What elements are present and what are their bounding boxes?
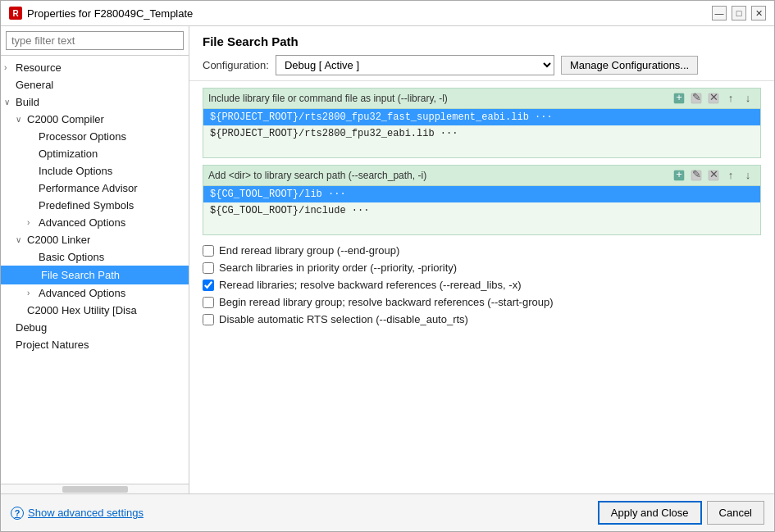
- section2-item-1[interactable]: ${CG_TOOL_ROOT}/include ···: [203, 202, 760, 219]
- tree-item-project-natures[interactable]: Project Natures: [1, 336, 189, 353]
- checkbox-label-end-reread: End reread library group (--end-group): [219, 244, 399, 257]
- tree-item-processor-options[interactable]: Processor Options: [1, 128, 189, 145]
- svg-text:✕: ✕: [709, 170, 718, 180]
- title-bar: R Properties for F280049C_Template — □ ✕: [1, 1, 774, 26]
- checkbox-end-reread[interactable]: [203, 245, 214, 257]
- section1-item-0[interactable]: ${PROJECT_ROOT}/rts2800_fpu32_fast_suppl…: [203, 109, 760, 125]
- right-title: File Search Path: [203, 34, 761, 48]
- tree-label-basic-options: Basic Options: [39, 251, 104, 263]
- checkbox-row-1: Search libraries in priority order (--pr…: [203, 259, 761, 276]
- section2-item-0[interactable]: ${CG_TOOL_ROOT}/lib ···: [203, 186, 760, 202]
- tree-item-predefined-symbols[interactable]: Predefined Symbols: [1, 197, 189, 214]
- action-buttons: Apply and Close Cancel: [598, 501, 764, 525]
- section1-down-btn[interactable]: ↓: [741, 91, 755, 106]
- checkbox-row-4: Disable automatic RTS selection (--disab…: [203, 311, 761, 328]
- app-icon: R: [9, 7, 22, 20]
- svg-text:+: +: [676, 93, 682, 103]
- checkbox-row-0: End reread library group (--end-group): [203, 242, 761, 259]
- section-include-library: Include library file or command file as …: [203, 88, 761, 158]
- checkbox-begin-reread[interactable]: [203, 297, 214, 308]
- tree-area: › Resource General ∨ Build: [1, 56, 189, 484]
- tree-arrow-c2000-compiler: ∨: [16, 115, 27, 124]
- checkbox-label-reread-libs: Reread libraries; resolve backward refer…: [219, 279, 521, 291]
- tree-arrow-aoc: ›: [27, 218, 39, 227]
- maximize-button[interactable]: □: [732, 6, 746, 20]
- minimize-button[interactable]: —: [712, 6, 727, 20]
- section1-add-btn[interactable]: +: [672, 91, 686, 106]
- section-search-path: Add <dir> to library search path (--sear…: [203, 165, 761, 235]
- filter-box: [1, 26, 189, 56]
- right-content: Include library file or command file as …: [189, 81, 774, 493]
- help-link[interactable]: ? Show advanced settings: [11, 507, 144, 520]
- tree-item-c2000-hex-utility[interactable]: C2000 Hex Utility [Disa: [1, 302, 189, 319]
- tree-label-c2000-compiler: C2000 Compiler: [27, 113, 104, 125]
- checkbox-label-begin-reread: Begin reread library group; resolve back…: [219, 296, 554, 308]
- tree-label-c2000-hex-utility: C2000 Hex Utility [Disa: [27, 304, 137, 316]
- tree-item-optimization[interactable]: Optimization: [1, 145, 189, 162]
- tree-item-c2000-compiler[interactable]: ∨ C2000 Compiler: [1, 111, 189, 128]
- cancel-button[interactable]: Cancel: [707, 501, 764, 525]
- checkbox-section: End reread library group (--end-group) S…: [203, 242, 761, 328]
- tree-item-advanced-options-linker[interactable]: › Advanced Options: [1, 284, 189, 302]
- section1-header: Include library file or command file as …: [203, 88, 761, 109]
- section2-edit-btn[interactable]: ✎: [689, 168, 704, 183]
- tree-label-advanced-options-compiler: Advanced Options: [39, 216, 125, 229]
- left-panel: › Resource General ∨ Build: [1, 26, 189, 493]
- checkbox-search-priority[interactable]: [203, 262, 214, 274]
- section1-delete-btn[interactable]: ✕: [706, 91, 721, 106]
- tree-item-c2000-linker[interactable]: ∨ C2000 Linker: [1, 231, 189, 248]
- config-select[interactable]: Debug [ Active ]: [276, 55, 554, 75]
- window-title: Properties for F280049C_Template: [27, 7, 193, 20]
- tree-item-debug[interactable]: Debug: [1, 319, 189, 336]
- help-link-text: Show advanced settings: [28, 507, 144, 519]
- section2-header: Add <dir> to library search path (--sear…: [203, 165, 761, 186]
- tree-arrow-resource: ›: [4, 63, 16, 72]
- section1-icons: + ✎ ✕ ↑ ↓: [672, 91, 755, 106]
- apply-and-close-button[interactable]: Apply and Close: [598, 501, 702, 525]
- right-panel: File Search Path Configuration: Debug [ …: [189, 26, 774, 493]
- section1-edit-btn[interactable]: ✎: [689, 91, 704, 106]
- tree-item-performance-advisor[interactable]: Performance Advisor: [1, 180, 189, 197]
- tree-item-resource[interactable]: › Resource: [1, 59, 189, 76]
- checkbox-reread-libs[interactable]: [203, 280, 214, 291]
- section2-down-btn[interactable]: ↓: [741, 168, 755, 183]
- section2-up-btn[interactable]: ↑: [723, 168, 738, 183]
- tree-item-advanced-options-compiler[interactable]: › Advanced Options: [1, 214, 189, 231]
- tree-item-include-options[interactable]: Include Options: [1, 162, 189, 180]
- tree-arrow-linker: ∨: [16, 235, 27, 244]
- filter-input[interactable]: [6, 31, 184, 50]
- checkbox-label-disable-rts: Disable automatic RTS selection (--disab…: [219, 313, 468, 325]
- title-left: R Properties for F280049C_Template: [9, 7, 193, 20]
- tree-item-general[interactable]: General: [1, 76, 189, 93]
- svg-text:✕: ✕: [709, 93, 718, 103]
- right-header: File Search Path Configuration: Debug [ …: [189, 26, 774, 81]
- svg-text:✎: ✎: [692, 93, 701, 103]
- section2-delete-btn[interactable]: ✕: [706, 168, 721, 183]
- section1-item-1[interactable]: ${PROJECT_ROOT}/rts2800_fpu32_eabi.lib ·…: [203, 125, 760, 142]
- left-scrollbar[interactable]: [1, 484, 189, 493]
- tree-item-basic-options[interactable]: Basic Options: [1, 248, 189, 266]
- manage-configurations-button[interactable]: Manage Configurations...: [561, 56, 698, 75]
- close-button[interactable]: ✕: [751, 6, 766, 20]
- tree-label-file-search-path: File Search Path: [39, 268, 122, 282]
- section1-up-btn[interactable]: ↑: [723, 91, 738, 106]
- section2-add-btn[interactable]: +: [672, 168, 686, 183]
- tree-label-project-natures: Project Natures: [16, 339, 89, 351]
- section1-list: ${PROJECT_ROOT}/rts2800_fpu32_fast_suppl…: [203, 109, 761, 158]
- tree-label-performance-advisor: Performance Advisor: [39, 182, 138, 194]
- svg-text:+: +: [676, 170, 682, 180]
- main-area: › Resource General ∨ Build: [1, 26, 774, 493]
- svg-text:✎: ✎: [692, 170, 701, 180]
- checkbox-row-2: Reread libraries; resolve backward refer…: [203, 276, 761, 293]
- tree-label-include-options: Include Options: [39, 165, 112, 177]
- checkbox-disable-rts[interactable]: [203, 314, 214, 325]
- svg-text:↓: ↓: [745, 93, 751, 104]
- left-scroll-thumb: [62, 486, 128, 493]
- tree-item-build[interactable]: ∨ Build: [1, 93, 189, 111]
- config-label: Configuration:: [203, 59, 269, 71]
- tree-item-file-search-path[interactable]: File Search Path: [1, 266, 189, 284]
- svg-text:↑: ↑: [728, 93, 734, 104]
- tree-label-general: General: [16, 79, 53, 91]
- help-icon: ?: [11, 507, 24, 520]
- main-window: R Properties for F280049C_Template — □ ✕…: [0, 0, 775, 532]
